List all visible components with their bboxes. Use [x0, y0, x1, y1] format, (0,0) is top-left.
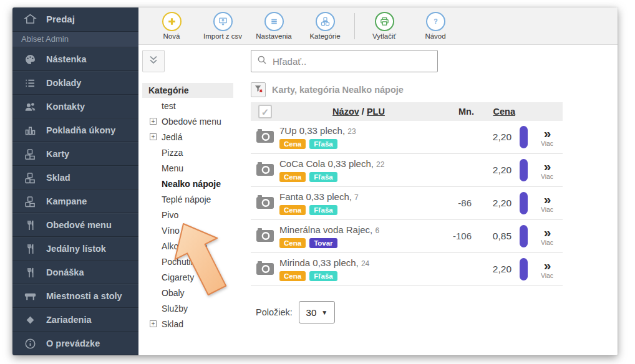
categories-panel: Kategórie + test + Obedové menu + Jedlá …	[142, 83, 238, 332]
color-bar[interactable]	[520, 258, 528, 280]
chevron-down-icon: ▼	[321, 309, 327, 316]
sidebar: Predaj Abiset Admin Nástenka Doklady Kon…	[12, 7, 138, 355]
category-item-pochutiny[interactable]: + Pochutiny	[142, 254, 238, 269]
main-area: Nová Import z csv Nastavenia Kategórie V…	[138, 7, 618, 355]
category-item-alko-nápoje[interactable]: + Alko nápoje	[142, 238, 238, 254]
list-icon	[22, 76, 37, 90]
category-item-pizza[interactable]: + Pizza	[142, 145, 238, 160]
tag-badge-cena: Cena	[279, 271, 306, 281]
sidebar-item-pokladňa-úkony[interactable]: Pokladňa úkony	[12, 118, 138, 142]
camera-icon[interactable]	[256, 128, 274, 146]
more-button[interactable]: » Viac	[531, 128, 563, 147]
search-icon	[256, 54, 268, 68]
sidebar-item-predaj[interactable]: Predaj	[12, 7, 138, 32]
double-chevron-right-icon: »	[544, 194, 551, 205]
filter-remove-icon	[254, 84, 263, 96]
category-item-obedové-menu[interactable]: + Obedové menu	[142, 113, 238, 129]
toolbar-button-nastavenia[interactable]: Nastavenia	[248, 12, 299, 40]
cutlery-icon	[22, 266, 37, 279]
category-item-teplé-nápoje[interactable]: + Teplé nápoje	[142, 191, 238, 207]
toolbar-button-kategórie[interactable]: Kategórie	[299, 12, 351, 40]
sidebar-item-jedálny-lístok[interactable]: Jedálny lístok	[12, 237, 138, 261]
category-item-pivo[interactable]: + Pivo	[142, 207, 238, 223]
category-item-obaly[interactable]: + Obaly	[142, 285, 238, 300]
camera-icon[interactable]	[256, 194, 274, 213]
items-per-page-select[interactable]: 30 ▼	[299, 301, 335, 323]
toolbar-button-vytlačiť[interactable]: Vytlačiť	[359, 12, 410, 40]
toolbar-button-nová[interactable]: Nová	[146, 12, 197, 40]
expand-plus-icon[interactable]: +	[150, 133, 157, 140]
toolbar-button-import-z-csv[interactable]: Import z csv	[197, 12, 248, 40]
clear-filter-button[interactable]	[251, 82, 266, 97]
sidebar-item-doklady[interactable]: Doklady	[12, 71, 138, 95]
items-per-page-label: Položiek:	[256, 307, 293, 317]
menu-lines-icon	[264, 12, 284, 31]
categories-header: Kategórie	[142, 83, 233, 98]
expand-plus-icon[interactable]: +	[150, 118, 157, 125]
category-item-sklad[interactable]: + Sklad	[142, 316, 238, 332]
select-all-checkbox[interactable]: ✓	[258, 105, 272, 118]
color-bar[interactable]	[520, 225, 528, 247]
double-chevron-right-icon: »	[544, 161, 551, 172]
title-row: Karty, kategória Nealko nápoje	[251, 82, 618, 97]
camera-icon[interactable]	[256, 161, 274, 180]
table-body: 7Up 0,33 plech, 23 CenaFľaša 2,20 » Viac…	[251, 121, 563, 286]
tag-badge-fľaša: Fľaša	[309, 139, 337, 149]
sidebar-item-donáška[interactable]: Donáška	[12, 261, 138, 284]
color-bar[interactable]	[520, 126, 528, 148]
more-button[interactable]: » Viac	[531, 161, 563, 180]
cards-table: ✓ Názov / PLU Mn. Cena 7Up 0,33 plech, 2…	[251, 102, 563, 286]
column-header-name[interactable]: Názov / PLU	[279, 107, 438, 117]
people-icon	[22, 100, 37, 113]
toolbar-button-návod[interactable]: ? Návod	[410, 12, 461, 40]
color-bar[interactable]	[520, 159, 528, 181]
svg-text:?: ?	[434, 17, 437, 25]
tag-badge-cena: Cena	[279, 172, 306, 182]
sidebar-item-sklad[interactable]: Sklad	[12, 166, 138, 189]
app-window: Predaj Abiset Admin Nástenka Doklady Kon…	[12, 7, 618, 355]
double-chevron-right-icon: »	[544, 128, 551, 139]
category-item-test[interactable]: + test	[142, 98, 238, 113]
sidebar-item-o-prevádzke[interactable]: O prevádzke	[12, 332, 138, 355]
category-item-menu[interactable]: + Menu	[142, 160, 238, 176]
sidebar-item-miestnosti-a-stoly[interactable]: Miestnosti a stoly	[12, 284, 138, 308]
double-chevron-right-icon: »	[544, 227, 551, 238]
diamond-icon	[22, 313, 37, 327]
blocks-icon	[22, 171, 37, 184]
more-button[interactable]: » Viac	[531, 227, 563, 246]
column-header-qty[interactable]: Mn.	[438, 107, 474, 117]
sidebar-item-kampane[interactable]: Kampane	[12, 189, 138, 213]
expand-plus-icon[interactable]: +	[150, 320, 157, 327]
palette-icon	[22, 52, 37, 66]
sidebar-item-karty[interactable]: Karty	[12, 142, 138, 166]
table-row: Minerálna voda Rajec, 6 CenaTovar -106 0…	[251, 220, 563, 253]
camera-icon[interactable]	[256, 260, 274, 279]
collapse-button[interactable]	[142, 50, 165, 72]
cutlery-icon	[22, 218, 37, 232]
table-row: Fanta 0,33 plech, 7 CenaFľaša -86 2,20 »…	[251, 187, 563, 220]
category-item-jedlá[interactable]: + Jedlá	[142, 129, 238, 145]
cards-column: Karty, kategória Nealko nápoje ✓ Názov /…	[238, 45, 618, 355]
camera-icon[interactable]	[256, 227, 274, 246]
category-item-cigarety[interactable]: + Cigarety	[142, 269, 238, 285]
double-chevron-right-icon: »	[544, 260, 551, 271]
color-bar[interactable]	[520, 192, 528, 214]
more-button[interactable]: » Viac	[531, 194, 563, 213]
category-item-víno[interactable]: + Víno	[142, 223, 238, 238]
column-header-price[interactable]: Cena	[474, 107, 515, 117]
printer-icon	[375, 12, 394, 31]
info-icon	[22, 337, 37, 350]
more-button[interactable]: » Viac	[531, 260, 563, 279]
question-icon: ?	[426, 12, 445, 31]
search-input[interactable]	[273, 56, 432, 67]
plus-icon	[162, 12, 182, 31]
sidebar-item-nástenka[interactable]: Nástenka	[12, 47, 138, 71]
tag-badge-fľaša: Fľaša	[309, 205, 337, 215]
category-item-služby[interactable]: + Služby	[142, 300, 238, 316]
double-chevron-down-icon	[147, 54, 160, 69]
sidebar-item-obedové-menu[interactable]: Obedové menu	[12, 213, 138, 237]
category-item-nealko-nápoje[interactable]: + Nealko nápoje	[142, 176, 238, 191]
sidebar-item-kontakty[interactable]: Kontakty	[12, 95, 138, 118]
sidebar-item-zariadenia[interactable]: Zariadenia	[12, 308, 138, 332]
search-box	[251, 50, 438, 72]
